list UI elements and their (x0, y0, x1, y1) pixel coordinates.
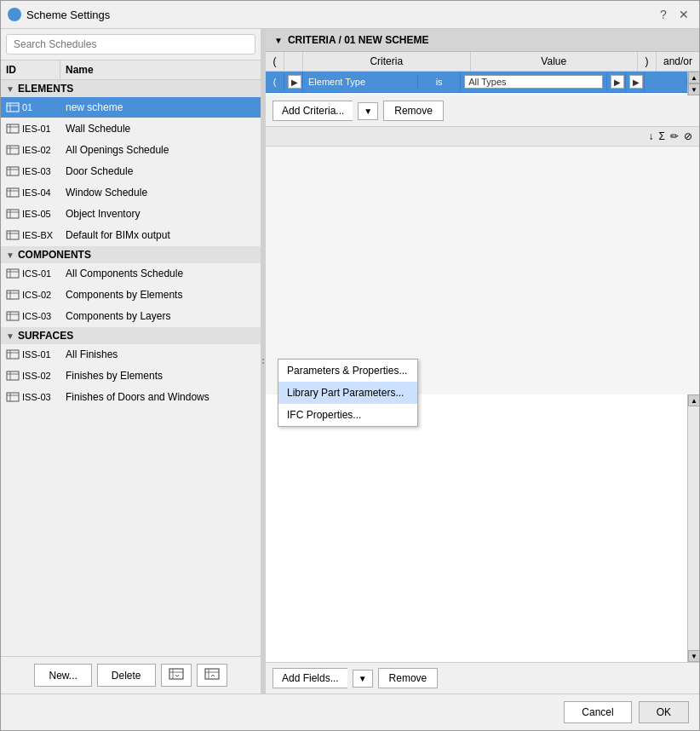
left-panel-footer: New... Delete (1, 656, 261, 694)
col-name-header: Name (60, 60, 261, 79)
fields-section: ↓ Σ ✏ ⊘ (266, 127, 699, 394)
delete-field-icon[interactable]: ⊘ (684, 130, 692, 142)
search-input[interactable] (6, 34, 255, 55)
col-open-paren: ( (266, 52, 284, 71)
expand-cell[interactable]: ▶ (284, 72, 303, 92)
cancel-button[interactable]: Cancel (564, 701, 631, 723)
item-id-iss02: ISS-02 (1, 368, 60, 383)
fields-scroll-up[interactable]: ▲ (688, 394, 699, 406)
svg-rect-0 (7, 103, 19, 112)
scroll-up-btn[interactable]: ▲ (688, 72, 699, 83)
window-title: Scheme Settings (26, 9, 110, 21)
item-name-iss03: Finishes of Doors and Windows (60, 389, 261, 405)
help-button[interactable]: ? (655, 6, 672, 23)
item-name-ics02: Components by Elements (60, 287, 261, 302)
item-name-ics01: All Components Schedule (60, 266, 261, 281)
item-id-iss01: ISS-01 (1, 347, 60, 362)
value-arrow-btn-cell[interactable]: ▶ (607, 72, 626, 92)
menu-item-library-part[interactable]: Library Part Parameters... (278, 382, 417, 404)
title-bar-left: Scheme Settings (8, 8, 110, 21)
tree-item-ies03[interactable]: IES-03 Door Schedule (1, 161, 261, 182)
tree-item-ics03[interactable]: ICS-03 Components by Layers (1, 306, 261, 327)
item-name-iesbx: Default for BIMx output (60, 227, 261, 243)
close-button[interactable]: ✕ (675, 6, 692, 23)
new-button[interactable]: New... (34, 664, 91, 687)
sort-icon[interactable]: ↓ (649, 130, 654, 142)
sum-icon[interactable]: Σ (659, 130, 665, 142)
scroll-down-btn[interactable]: ▼ (688, 83, 699, 95)
svg-rect-3 (7, 124, 19, 133)
tree-item-ies01[interactable]: IES-01 Wall Schedule (1, 118, 261, 140)
tree-item-ies02[interactable]: IES-02 All Openings Schedule (1, 140, 261, 161)
fields-scroll-down[interactable]: ▼ (688, 650, 699, 662)
value-dropdown-cell[interactable]: All Types (461, 73, 607, 90)
remove-criteria-button[interactable]: Remove (383, 101, 444, 121)
item-id-ies03: IES-03 (1, 164, 60, 179)
surface-icon (6, 370, 20, 382)
ok-button[interactable]: OK (639, 701, 689, 723)
fields-header: ↓ Σ ✏ ⊘ (266, 127, 699, 147)
svg-rect-33 (7, 371, 19, 380)
menu-item-ifc[interactable]: IFC Properties... (278, 404, 417, 426)
criteria-vscroll: ▲ ▼ (687, 72, 699, 95)
title-bar-controls: ? ✕ (655, 6, 692, 23)
tree-item-ics01[interactable]: ICS-01 All Components Schedule (1, 263, 261, 285)
dropdown-menu: Parameters & Properties... Library Part … (278, 359, 418, 427)
schedule-icon (6, 165, 20, 177)
tree-item-ics02[interactable]: ICS-02 Components by Elements (1, 285, 261, 306)
fields-icons: ↓ Σ ✏ ⊘ (649, 130, 692, 142)
section-components[interactable]: ▼ COMPONENTS (1, 246, 261, 263)
criteria-extra-btn-2[interactable]: ▶ (629, 75, 643, 89)
item-name-ics03: Components by Layers (60, 308, 261, 324)
surfaces-label: SURFACES (18, 330, 73, 342)
components-label: COMPONENTS (18, 249, 91, 261)
col-close-paren: ) (638, 52, 657, 71)
surfaces-arrow: ▼ (6, 331, 14, 341)
tree-item-iss02[interactable]: ISS-02 Finishes by Elements (1, 366, 261, 387)
menu-item-params-properties[interactable]: Parameters & Properties... (278, 360, 417, 382)
left-panel-wrapper: ID Name ▼ ELEMENTS (1, 29, 261, 694)
add-fields-bar: Add Fields... ▼ Remove (266, 662, 699, 694)
import-button[interactable] (161, 664, 192, 687)
tree-header: ID Name (1, 60, 261, 80)
svg-rect-39 (169, 669, 183, 679)
tree-item-iss01[interactable]: ISS-01 All Finishes (1, 344, 261, 366)
edit-icon[interactable]: ✏ (670, 130, 679, 142)
item-name-ies05: Object Inventory (60, 206, 261, 222)
component-icon (6, 268, 20, 279)
expand-btn[interactable]: ▶ (288, 75, 301, 89)
svg-rect-27 (7, 312, 19, 320)
value-arrow-btn[interactable]: ▶ (611, 75, 624, 89)
item-id-iesbx: IES-BX (1, 227, 60, 243)
add-criteria-button[interactable]: Add Criteria... (273, 101, 353, 121)
tree-item-ies05[interactable]: IES-05 Object Inventory (1, 204, 261, 225)
fields-wrapper: ▲ ▼ (266, 394, 699, 662)
fields-scroll-track (688, 406, 699, 650)
col-id-header: ID (1, 60, 60, 79)
item-name-ies03: Door Schedule (60, 164, 261, 179)
export-button[interactable] (197, 664, 227, 687)
svg-rect-9 (7, 167, 19, 176)
section-surfaces[interactable]: ▼ SURFACES (1, 327, 261, 344)
tree-item-01[interactable]: 01 new scheme (1, 97, 261, 118)
add-fields-button[interactable]: Add Fields... (273, 668, 347, 688)
tree-item-iss03[interactable]: ISS-03 Finishes of Doors and Windows (1, 387, 261, 408)
schedule-icon (6, 208, 20, 220)
section-elements[interactable]: ▼ ELEMENTS (1, 80, 261, 97)
item-name-iss01: All Finishes (60, 347, 261, 362)
criteria-extra-btn[interactable]: ▶ (626, 72, 645, 92)
remove-fields-button[interactable]: Remove (378, 668, 439, 688)
tree-item-ies04[interactable]: IES-04 Window Schedule (1, 182, 261, 204)
schedule-icon (6, 144, 20, 156)
delete-button[interactable]: Delete (97, 664, 156, 687)
col-expand (284, 52, 303, 71)
svg-rect-42 (205, 669, 219, 679)
all-types-dropdown[interactable]: All Types (464, 75, 603, 89)
andor-cell (645, 78, 687, 85)
add-fields-dropdown-btn[interactable]: ▼ (353, 670, 373, 688)
add-criteria-dropdown-btn[interactable]: ▼ (358, 102, 378, 120)
surface-icon (6, 391, 20, 403)
components-arrow: ▼ (6, 250, 14, 260)
tree-item-iesbx[interactable]: IES-BX Default for BIMx output (1, 225, 261, 246)
elements-label: ELEMENTS (18, 83, 73, 95)
